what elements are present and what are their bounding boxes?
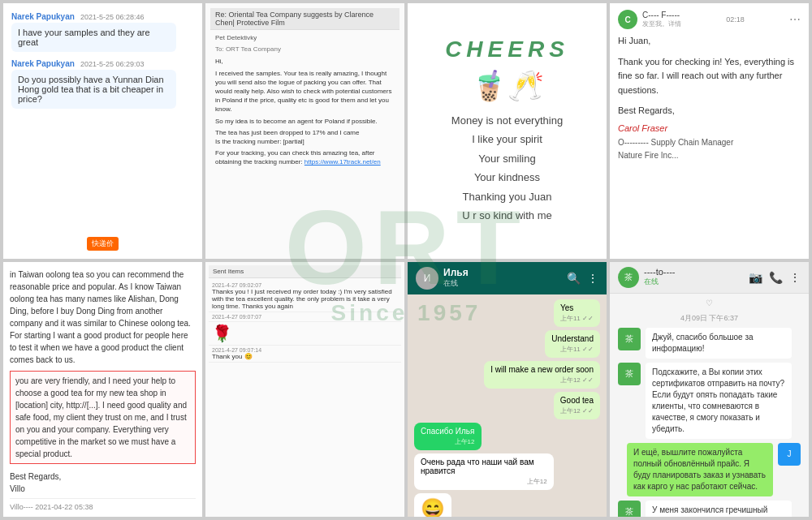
wa-text-3: I will make a new order soon: [490, 365, 594, 374]
email-tracking-link: For your tracking, you can check this am…: [215, 148, 395, 166]
cheers-line-3: Your smiling: [451, 149, 563, 168]
rose-emoji: 🌹: [212, 324, 232, 342]
wa-msg-1: Yes 上午11 ✓✓: [554, 299, 600, 327]
wa-msg-7: 😄 上午12: [414, 493, 451, 518]
wa-status: 在线: [443, 278, 469, 289]
wa-time-3: 上午12 ✓✓: [490, 376, 594, 385]
wa-text-4: Good tea: [560, 396, 594, 405]
email-reply-cell: C C---- F----- 发至我。详情 02:18 ⋯ Hi Juan, T…: [610, 3, 809, 259]
wa-time-2: 上午11 ✓✓: [551, 345, 594, 354]
email-sender-info: C C---- F----- 发至我。详情: [618, 10, 681, 29]
email-reply-header: C C---- F----- 发至我。详情 02:18 ⋯: [618, 10, 801, 29]
wc-call-icon[interactable]: 📞: [769, 271, 783, 284]
email-cell-2: Re: Oriental Tea Company suggests by Cla…: [205, 3, 404, 259]
email2-date-4: 2021-4-27 09:07:14: [212, 347, 398, 353]
wc-contact-name: ----to----: [644, 267, 675, 277]
signature-company-partial: O---------: [618, 138, 651, 147]
cheers-card-cell: CHEERS 🧋🥂 Money is not everything I like…: [408, 3, 607, 259]
wa-time-5: 上午12: [421, 437, 475, 446]
chat-date-2: 2021-5-25 06:29:03: [80, 60, 145, 68]
signature-name: Carol Fraser: [618, 122, 801, 136]
wa-avatar: И: [416, 267, 438, 290]
cheers-line-6: U r so kind with me: [451, 206, 563, 225]
wa-msg-5: Спасибо Илья 上午12: [414, 423, 482, 450]
sender-sub: 发至我。详情: [642, 19, 681, 28]
chat-sender-2: Narek Papukyan: [11, 59, 75, 68]
review-intro: in Taiwan oolong tea so you can recommen…: [10, 269, 196, 366]
email-from: Pet Detektivky: [215, 33, 395, 42]
email-greeting: Hi Juan,: [618, 34, 801, 49]
wa-more-icon[interactable]: ⋮: [587, 272, 598, 285]
email-paragraph-1: I received the samples. Your tea is real…: [215, 69, 395, 114]
email2-row-2: 2021-4-27 09:07:07: [209, 312, 401, 322]
review-replies: Villo---- 2021-04-22 05:38 In the future…: [10, 498, 196, 518]
review-highlight: you are very friendly, and I need your h…: [10, 371, 196, 464]
main-grid: Narek Papukyan 2021-5-25 06:28:46 I have…: [0, 0, 812, 520]
more-options-icon[interactable]: ⋯: [789, 13, 801, 26]
review-footer: Best Regards, Villo: [10, 471, 196, 495]
email-greeting: Hi,: [215, 57, 395, 66]
wa-text-1: Yes: [560, 303, 594, 312]
wa-msg-2: Understand 上午11 ✓✓: [545, 330, 600, 358]
email2-row-1: 2021-4-27 09:02:07 Thanks you ! I just r…: [209, 281, 401, 312]
cheers-line-4: Your kindness: [451, 168, 563, 187]
cheers-emoji: 🧋🥂: [471, 69, 544, 103]
wa-body: Yes 上午11 ✓✓ Understand 上午11 ✓✓ I will ma…: [408, 294, 607, 518]
email2-text-4: Thank you 😊: [212, 353, 398, 360]
whatsapp-cell: И Илья 在线 🔍 ⋮ Yes 上午11 ✓✓ Understand 上午1…: [408, 262, 607, 518]
wa-msg-6: Очень рада что наши чай вам нравится 上午1…: [414, 453, 554, 490]
wc-msg-avatar-1: 茶: [618, 328, 641, 350]
email-time: 02:18: [726, 15, 745, 24]
chat-bubble-2: Do you possibly have a Yunnan Dian Hong …: [11, 70, 176, 109]
kuaidi-button[interactable]: 快递价: [87, 237, 119, 251]
wc-bubble-2: Подскажите, а Вы копии этих сертификатов…: [646, 363, 792, 439]
signature-title: O--------- Supply Chain Manager: [618, 136, 801, 149]
email2-row-3: 🌹: [209, 322, 401, 346]
wa-header: И Илья 在线 🔍 ⋮: [408, 262, 607, 294]
cheers-line-2: I like your spirit: [451, 130, 563, 148]
chat-sender-1: Narek Papukyan: [11, 12, 75, 21]
email2-text-1: Thanks you ! I just received my order to…: [212, 288, 398, 310]
wc-msg-2: 茶 Подскажите, а Вы копии этих сертификат…: [618, 363, 801, 439]
reply-1-text: In the future, I not only sell direct to…: [10, 514, 196, 517]
wechat-cell: 茶 ----to---- 在线 📷 📞 ⋮ ♡ 4月09日 下午6:37 茶 Д…: [610, 262, 809, 518]
wc-actions: 📷 📞 ⋮: [749, 271, 801, 284]
wc-body: ♡ 4月09日 下午6:37 茶 Джуй, спасибо большое з…: [610, 294, 809, 518]
chat-bubble-1: I have your samples and they are great: [11, 23, 176, 52]
wa-text-5: Спасибо Илья: [421, 427, 475, 436]
wc-avatar: 茶: [618, 267, 639, 288]
wa-time-6: 上午12: [421, 477, 547, 486]
wc-msg-avatar-3: J: [778, 443, 801, 466]
signature-company: Nature Fire Inc...: [618, 149, 801, 162]
review-regards: Best Regards,: [10, 471, 196, 483]
wc-bubble-1: Джуй, спасибо большое за информацию!: [646, 328, 792, 359]
chat-cell-1: Narek Papukyan 2021-5-25 06:28:46 I have…: [3, 3, 202, 259]
wc-contact-info: 茶 ----to---- 在线: [618, 267, 675, 288]
wa-time-4: 上午12 ✓✓: [560, 406, 594, 415]
sender-avatar: C: [618, 10, 637, 29]
wa-msg-3: I will make a new order soon 上午12 ✓✓: [484, 361, 600, 389]
wc-msg-avatar-2: 茶: [618, 363, 641, 385]
signature-role: Supply Chain Manager: [651, 138, 734, 147]
email2-date-1: 2021-4-27 09:02:07: [212, 282, 398, 288]
cheers-line-5: Thanking you Juan: [451, 187, 563, 206]
wc-bubble-3: И ещё, вышлите пожалуйста полный обновлё…: [627, 443, 773, 496]
email-body: Pet Detektivky To: ORT Tea Company Hi, I…: [210, 30, 400, 172]
wa-actions: 🔍 ⋮: [567, 272, 598, 285]
review-cell: in Taiwan oolong tea so you can recommen…: [3, 262, 202, 518]
chat-message-1: Narek Papukyan 2021-5-25 06:28:46 I have…: [11, 11, 194, 52]
wa-search-icon[interactable]: 🔍: [567, 272, 581, 285]
cheers-title: CHEERS: [445, 37, 569, 62]
wc-msg-1: 茶 Джуй, спасибо большое за информацию!: [618, 328, 801, 359]
email2-cell: Sent Items 2021-4-27 09:02:07 Thanks you…: [205, 262, 404, 518]
wa-text-6: Очень рада что наши чай вам нравится: [421, 458, 547, 475]
wc-more-icon[interactable]: ⋮: [789, 271, 801, 284]
wc-video-icon[interactable]: 📷: [749, 271, 762, 284]
wc-status: 在线: [644, 277, 675, 287]
wa-emoji: 😄: [421, 497, 445, 518]
email-tracking: The tea has just been dropped to 17% and…: [215, 128, 395, 146]
email-content: Thank you for checking in! Yes, everythi…: [618, 55, 801, 98]
email2-header: Sent Items: [209, 265, 401, 278]
wc-header: 茶 ----to---- 在线 📷 📞 ⋮: [610, 262, 809, 294]
email2-row-4: 2021-4-27 09:07:14 Thank you 😊: [209, 346, 401, 363]
